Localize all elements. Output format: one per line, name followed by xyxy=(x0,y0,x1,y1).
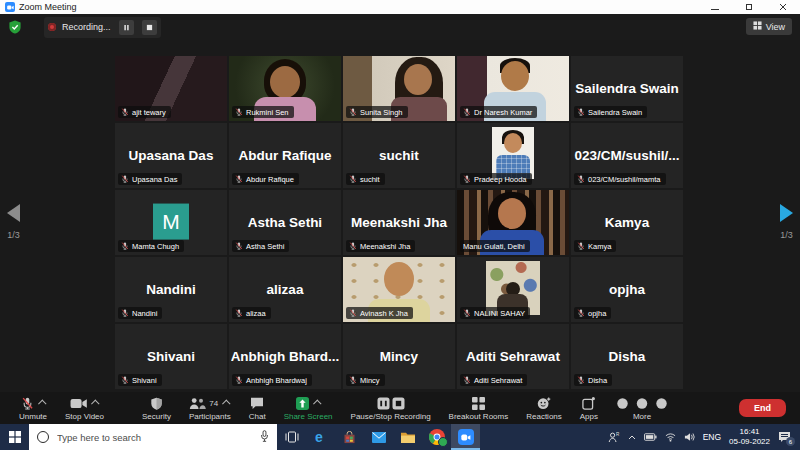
participant-label-text: Meenakshi Jha xyxy=(360,242,410,251)
participant-tile[interactable]: Sailendra SwainSailendra Swain xyxy=(571,56,683,121)
battery-icon[interactable] xyxy=(644,433,657,441)
participant-tile[interactable]: 023/CM/sushil/...023/CM/sushil/mamta xyxy=(571,123,683,188)
participant-label: Rukmini Sen xyxy=(232,106,294,118)
view-button-label: View xyxy=(766,22,785,32)
stop-recording-button[interactable] xyxy=(142,20,157,35)
wifi-icon[interactable] xyxy=(665,432,676,442)
notification-center-button[interactable]: 6 xyxy=(778,431,791,443)
maximize-button[interactable] xyxy=(732,0,766,14)
tray-date: 05-09-2022 xyxy=(729,437,770,447)
chevron-up-icon[interactable] xyxy=(38,399,46,407)
mic-muted-icon xyxy=(463,376,471,384)
participant-tile[interactable]: Avinash K Jha xyxy=(343,257,455,322)
participant-tile[interactable]: Anbhigh Bhard...Anbhigh Bhardwaj xyxy=(229,324,341,389)
shield-icon xyxy=(150,397,163,410)
participant-tile[interactable]: Abdur RafiqueAbdur Rafique xyxy=(229,123,341,188)
participant-label: Sailendra Swain xyxy=(574,106,647,118)
participant-tile[interactable]: NALINI SAHAY xyxy=(457,257,569,322)
participant-label: Manu Gulati, Delhi xyxy=(460,240,530,252)
participant-tile[interactable]: Aditi SehrawatAditi Sehrawat xyxy=(457,324,569,389)
mic-muted-icon xyxy=(121,108,129,116)
participant-tile[interactable]: MincyMincy xyxy=(343,324,455,389)
participant-tile[interactable]: DishaDisha xyxy=(571,324,683,389)
tray-expand-chevron-icon[interactable] xyxy=(628,435,636,440)
tray-time: 16:41 xyxy=(729,427,770,437)
dictation-microphone-icon[interactable] xyxy=(260,428,269,446)
participant-tile[interactable]: Pradeep Hooda xyxy=(457,123,569,188)
toolbar-chat-button[interactable]: Chat xyxy=(240,396,275,421)
participant-label: Sunita Singh xyxy=(346,106,408,118)
mic-muted-icon xyxy=(577,376,585,384)
language-indicator[interactable]: ENG xyxy=(703,432,721,442)
participants-icon xyxy=(189,397,206,410)
close-button[interactable] xyxy=(766,0,800,14)
chevron-up-icon[interactable] xyxy=(222,399,230,407)
taskbar-search[interactable] xyxy=(29,424,277,450)
toolbar-item-label: Participants xyxy=(189,412,231,421)
people-tray-icon[interactable]: R xyxy=(608,431,620,443)
participant-tile[interactable]: suchitsuchit xyxy=(343,123,455,188)
zoom-taskbar-icon[interactable] xyxy=(451,424,480,450)
participant-label: Kamya xyxy=(574,240,616,252)
mic-muted-icon xyxy=(349,309,357,317)
participant-tile[interactable]: MMamta Chugh xyxy=(115,190,227,255)
participant-tile[interactable]: Upasana DasUpasana Das xyxy=(115,123,227,188)
volume-icon[interactable] xyxy=(684,432,695,442)
end-meeting-button[interactable]: End xyxy=(739,399,786,417)
participant-tile[interactable]: ShivaniShivani xyxy=(115,324,227,389)
pause-stop-icon xyxy=(377,397,405,410)
participant-tile[interactable]: Sunita Singh xyxy=(343,56,455,121)
participant-label: alizaa xyxy=(232,307,271,319)
toolbar-unmute-button[interactable]: Unmute xyxy=(10,396,56,421)
grid-view-icon xyxy=(753,21,762,32)
toolbar-security-button[interactable]: Security xyxy=(133,396,180,421)
next-page-arrow[interactable] xyxy=(780,204,793,222)
toolbar-pause-stop-recording-button[interactable]: Pause/Stop Recording xyxy=(342,396,440,421)
taskbar-clock[interactable]: 16:41 05-09-2022 xyxy=(729,427,770,446)
participant-tile[interactable]: Astha SethiAstha Sethi xyxy=(229,190,341,255)
file-explorer-icon[interactable] xyxy=(393,424,422,450)
participant-tile[interactable]: NandiniNandini xyxy=(115,257,227,322)
participant-tile[interactable]: opjhaopjha xyxy=(571,257,683,322)
participant-label: ajit tewary xyxy=(118,106,171,118)
participant-tile[interactable]: Dr Naresh Kumar xyxy=(457,56,569,121)
toolbar-participants-button[interactable]: 74Participants xyxy=(180,396,240,421)
minimize-button[interactable] xyxy=(698,0,732,14)
chrome-browser-icon[interactable] xyxy=(422,424,451,450)
participant-tile[interactable]: ajit tewary xyxy=(115,56,227,121)
previous-page-arrow[interactable] xyxy=(7,204,20,222)
microsoft-store-icon[interactable] xyxy=(335,424,364,450)
participant-tile[interactable]: Rukmini Sen xyxy=(229,56,341,121)
toolbar-share-screen-button[interactable]: Share Screen xyxy=(275,396,342,421)
apps-icon xyxy=(582,397,595,410)
mail-app-icon[interactable] xyxy=(364,424,393,450)
view-button[interactable]: View xyxy=(746,18,792,35)
toolbar-item-label: Apps xyxy=(580,412,598,421)
chevron-up-icon[interactable] xyxy=(313,399,321,407)
page-indicator: 1/3 xyxy=(7,230,20,240)
toolbar-stop-video-button[interactable]: Stop Video xyxy=(56,396,113,421)
mic-muted-icon xyxy=(121,309,129,317)
edge-browser-icon[interactable]: e xyxy=(306,424,335,450)
search-input[interactable] xyxy=(55,431,254,444)
chevron-up-icon[interactable] xyxy=(91,399,99,407)
toolbar-reactions-button[interactable]: Reactions xyxy=(517,396,571,421)
more-icon xyxy=(616,397,668,410)
participant-label-text: suchit xyxy=(360,175,380,184)
toolbar-more-button[interactable]: More xyxy=(607,396,677,421)
toolbar-apps-button[interactable]: Apps xyxy=(571,396,607,421)
toolbar-breakout-rooms-button[interactable]: Breakout Rooms xyxy=(440,396,518,421)
participant-label: Meenakshi Jha xyxy=(346,240,415,252)
participant-tile[interactable]: alizaaalizaa xyxy=(229,257,341,322)
page-indicator: 1/3 xyxy=(780,230,793,240)
participant-tile[interactable]: KamyaKamya xyxy=(571,190,683,255)
participant-tile[interactable]: Meenakshi JhaMeenakshi Jha xyxy=(343,190,455,255)
encryption-shield-icon[interactable] xyxy=(8,20,22,34)
pause-recording-button[interactable] xyxy=(119,20,134,35)
meeting-toolbar: UnmuteStop VideoSecurity74ParticipantsCh… xyxy=(0,392,800,424)
mic-muted-icon xyxy=(121,175,129,183)
participant-tile[interactable]: Manu Gulati, Delhi xyxy=(457,190,569,255)
participant-label-text: Avinash K Jha xyxy=(360,309,408,318)
task-view-button[interactable] xyxy=(277,424,306,450)
start-button[interactable] xyxy=(0,424,29,450)
